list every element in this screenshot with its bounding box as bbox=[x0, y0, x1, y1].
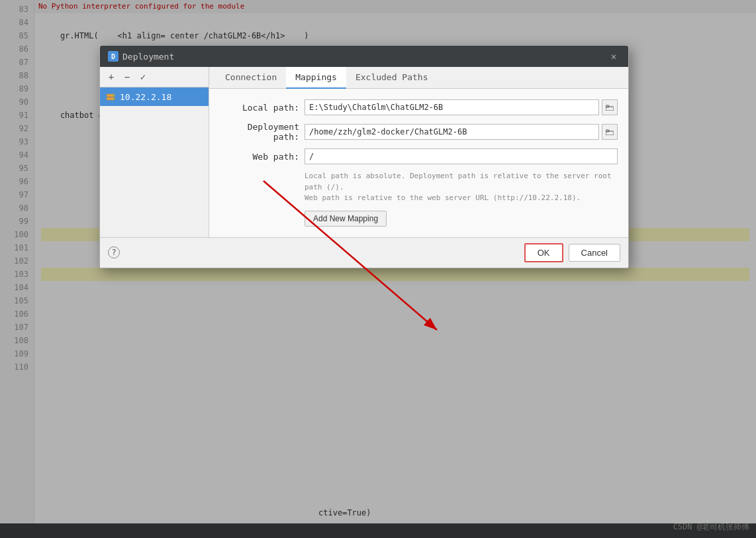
dialog-body: + − ✓ 10.22.2.18 Connecti bbox=[100, 67, 628, 237]
local-path-input[interactable] bbox=[305, 99, 599, 115]
help-button[interactable]: ? bbox=[108, 246, 120, 258]
sidebar-toolbar: + − ✓ bbox=[100, 67, 209, 87]
tab-mappings[interactable]: Mappings bbox=[286, 67, 346, 89]
ok-button[interactable]: OK bbox=[524, 243, 563, 262]
web-path-row: Web path: bbox=[220, 148, 618, 164]
deployment-path-input[interactable] bbox=[305, 124, 599, 140]
web-path-label: Web path: bbox=[220, 152, 299, 162]
server-icon bbox=[105, 91, 116, 102]
deployment-path-input-wrapper bbox=[305, 124, 618, 140]
svg-point-2 bbox=[113, 95, 114, 96]
sidebar-remove-button[interactable]: − bbox=[120, 70, 134, 84]
local-path-input-wrapper bbox=[305, 99, 618, 115]
deployment-path-row: Deployment path: bbox=[220, 122, 618, 142]
local-path-browse-button[interactable] bbox=[602, 99, 618, 115]
svg-point-3 bbox=[113, 98, 114, 99]
local-path-label: Local path: bbox=[220, 103, 299, 113]
tab-excluded-paths[interactable]: Excluded Paths bbox=[346, 67, 438, 89]
dialog-title-left: D Deployment bbox=[108, 51, 174, 62]
dialog-sidebar: + − ✓ 10.22.2.18 bbox=[100, 67, 209, 237]
cancel-button[interactable]: Cancel bbox=[569, 244, 620, 262]
deployment-path-browse-button[interactable] bbox=[602, 124, 618, 140]
dialog-footer: ? OK Cancel bbox=[100, 237, 628, 268]
sidebar-item-server[interactable]: 10.22.2.18 bbox=[100, 87, 209, 106]
add-new-mapping-button[interactable]: Add New Mapping bbox=[305, 211, 387, 227]
mappings-form: Local path: Deployment path: bbox=[209, 89, 628, 237]
dialog-main: Connection Mappings Excluded Paths Local… bbox=[209, 67, 628, 237]
sidebar-check-button[interactable]: ✓ bbox=[136, 70, 150, 84]
sidebar-add-button[interactable]: + bbox=[104, 70, 118, 84]
dialog-title: Deployment bbox=[122, 52, 174, 62]
tab-connection[interactable]: Connection bbox=[216, 67, 286, 89]
deployment-dialog: D Deployment ✕ + − ✓ bbox=[99, 45, 629, 268]
web-path-input[interactable] bbox=[305, 148, 618, 164]
dialog-tabs: Connection Mappings Excluded Paths bbox=[209, 67, 628, 89]
dialog-titlebar: D Deployment ✕ bbox=[100, 46, 628, 67]
local-path-row: Local path: bbox=[220, 99, 618, 115]
sidebar-server-label: 10.22.2.18 bbox=[120, 92, 171, 102]
dialog-close-button[interactable]: ✕ bbox=[607, 50, 620, 63]
form-hint: Local path is absolute. Deployment path … bbox=[305, 171, 618, 204]
dialog-app-icon: D bbox=[108, 51, 118, 62]
deployment-path-label: Deployment path: bbox=[220, 122, 299, 142]
web-path-input-wrapper bbox=[305, 148, 618, 164]
